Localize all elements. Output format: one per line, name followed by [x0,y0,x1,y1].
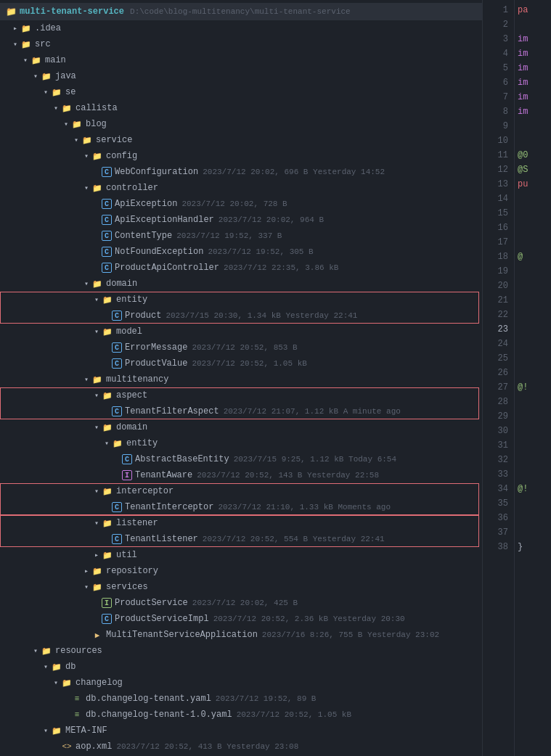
tree-item-TenantListener[interactable]: CTenantListener2023/7/12 20:52, 554 B Ye… [0,531,482,547]
tree-item-ProductValue[interactable]: CProductValue2023/7/12 20:52, 1.05 kB [0,356,482,371]
tree-item-multitenancy[interactable]: ▾📁multitenancy [0,371,482,387]
expand-arrow[interactable]: ▾ [81,152,91,160]
tree-item-TenantFilterAspect[interactable]: CTenantFilterAspect2023/7/12 21:07, 1.12… [0,403,482,419]
tree-item-domain[interactable]: ▾📁domain [0,276,482,292]
expand-arrow[interactable]: ▾ [41,726,51,735]
code-line-32 [515,453,551,467]
tree-item-resources[interactable]: ▾📁resources [0,643,482,659]
code-line-29 [515,409,551,424]
folder-icon: 📁 [102,549,113,561]
expand-arrow[interactable]: ▾ [51,104,61,112]
tree-item-AbstractBaseEntity[interactable]: CAbstractBaseEntity2023/7/15 9:25, 1.12 … [0,451,482,467]
item-label: domain [116,422,147,432]
tree-item-src[interactable]: ▾📁src [0,36,482,52]
expand-arrow[interactable]: ▾ [20,56,30,65]
expand-arrow[interactable]: ▸ [10,24,20,33]
tree-item-ApiException[interactable]: CApiException2023/7/12 20:02, 728 B [0,196,482,212]
tree-item-listener[interactable]: ▾📁listener [0,515,482,531]
item-label: ContentType [115,231,172,241]
expand-arrow[interactable]: ▾ [91,519,102,527]
item-label: main [45,55,66,65]
tree-item-controller[interactable]: ▾📁controller [0,180,482,196]
tree-item-idea[interactable]: ▸📁.idea [0,20,482,36]
code-line-15 [515,206,551,221]
tree-item-util[interactable]: ▸📁util [0,547,482,563]
tree-item-TenantAware[interactable]: ITenantAware2023/7/12 20:52, 143 B Yeste… [0,467,482,483]
tree-item-ProductServiceImpl[interactable]: CProductServiceImpl2023/7/12 20:52, 2.36… [0,611,482,627]
tree-item-ApiExceptionHandler[interactable]: CApiExceptionHandler2023/7/12 20:02, 964… [0,212,482,228]
file-tree[interactable]: 📁 multi-tenant-service D:\code\blog-mult… [0,0,483,756]
tree-item-Product[interactable]: CProduct2023/7/15 20:30, 1.34 kB Yesterd… [0,308,482,324]
item-label: ProductApiController [115,263,219,273]
tree-item-model[interactable]: ▾📁model [0,324,482,340]
expand-arrow[interactable]: ▾ [41,88,51,96]
expand-arrow[interactable]: ▸ [91,551,102,559]
tree-item-ErrorMessage[interactable]: CErrorMessage2023/7/12 20:52, 853 B [0,340,482,356]
tree-item-blog[interactable]: ▾📁blog [0,116,482,132]
tree-item-META-INF[interactable]: ▾📁META-INF [0,723,482,739]
expand-arrow[interactable]: ▾ [41,662,51,671]
tree-item-aop-xml[interactable]: <>aop.xml2023/7/12 20:52, 413 B Yesterda… [0,739,482,755]
class-c-icon: C [102,199,112,209]
tree-item-callista[interactable]: ▾📁callista [0,100,482,116]
expand-arrow[interactable]: ▾ [61,120,71,128]
expand-arrow[interactable]: ▾ [91,487,102,496]
tree-item-WebConfiguration[interactable]: CWebConfiguration2023/7/12 20:02, 696 B … [0,164,482,180]
expand-arrow[interactable]: ▾ [91,423,102,432]
expand-arrow[interactable]: ▾ [91,391,102,400]
tree-item-entity-multi[interactable]: ▾📁entity [0,435,482,451]
tree-item-db-changelog-tenant-10[interactable]: ≡db.changelog-tenant-1.0.yaml2023/7/12 2… [0,707,482,723]
tree-item-domain-multi[interactable]: ▾📁domain [0,419,482,435]
tree-item-ProductService[interactable]: IProductService2023/7/12 20:02, 425 B [0,595,482,611]
item-label: java [55,71,76,81]
tree-item-main[interactable]: ▾📁main [0,52,482,68]
item-label: multitenancy [106,374,168,385]
folder-blue-icon: 📁 [41,70,52,82]
expand-arrow[interactable]: ▾ [30,72,41,81]
tree-item-entity-blog[interactable]: ▾📁entity [0,292,482,308]
expand-arrow[interactable]: ▾ [91,295,102,304]
line-number-32: 32 [483,453,508,467]
expand-arrow[interactable]: ▾ [30,646,41,655]
tree-item-java[interactable]: ▾📁java [0,68,482,84]
line-number-16: 16 [483,221,508,235]
interface-i-green-icon: I [102,598,112,608]
tree-item-db[interactable]: ▾📁db [0,659,482,675]
tree-item-ProductApiController[interactable]: CProductApiController2023/7/12 22:35, 3.… [0,260,482,276]
app-icon-icon: ▶ [91,629,103,641]
tree-item-config[interactable]: ▾📁config [0,148,482,164]
tree-item-interceptor[interactable]: ▾📁interceptor [0,483,482,499]
expand-arrow[interactable]: ▾ [71,136,81,144]
item-label: ApiException [115,199,177,209]
class-c-icon: C [102,247,112,257]
tree-item-repository[interactable]: ▸📁repository [0,563,482,579]
tree-item-db-changelog-tenant[interactable]: ≡db.changelog-tenant.yaml2023/7/12 19:52… [0,691,482,707]
item-label: repository [106,566,158,576]
expand-arrow[interactable]: ▾ [81,279,91,288]
item-meta: 2023/7/12 20:02, 728 B [181,200,287,208]
item-label: TenantAware [135,470,192,480]
expand-arrow[interactable]: ▸ [81,567,91,575]
tree-item-se[interactable]: ▾📁se [0,84,482,100]
tree-item-NotFoundException[interactable]: CNotFoundException2023/7/12 19:52, 305 B [0,244,482,260]
item-meta: 2023/7/12 20:02, 964 B [219,215,324,224]
expand-arrow[interactable]: ▾ [81,583,91,591]
item-label: domain [106,279,137,289]
tree-item-MultiTenantServiceApplication[interactable]: ▶MultiTenantServiceApplication2023/7/16 … [0,627,482,643]
tree-item-TenantInterceptor[interactable]: CTenantInterceptor2023/7/12 21:10, 1.33 … [0,499,482,515]
item-label: controller [106,183,158,193]
expand-arrow[interactable]: ▾ [51,678,61,687]
expand-arrow[interactable]: ▾ [81,375,91,384]
expand-arrow[interactable]: ▾ [91,327,102,336]
expand-arrow[interactable]: ▾ [102,439,112,448]
tree-item-services[interactable]: ▾📁services [0,579,482,595]
tree-item-service[interactable]: ▾📁service [0,132,482,148]
code-line-27: @! [515,380,551,395]
expand-arrow[interactable]: ▾ [10,40,20,49]
code-line-26 [515,366,551,380]
item-meta: 2023/7/12 20:52, 1.05 kB [237,710,351,719]
tree-item-aspect[interactable]: ▾📁aspect [0,387,482,403]
tree-item-changelog[interactable]: ▾📁changelog [0,675,482,691]
expand-arrow[interactable]: ▾ [81,184,91,192]
tree-item-ContentType[interactable]: CContentType2023/7/12 19:52, 337 B [0,228,482,244]
